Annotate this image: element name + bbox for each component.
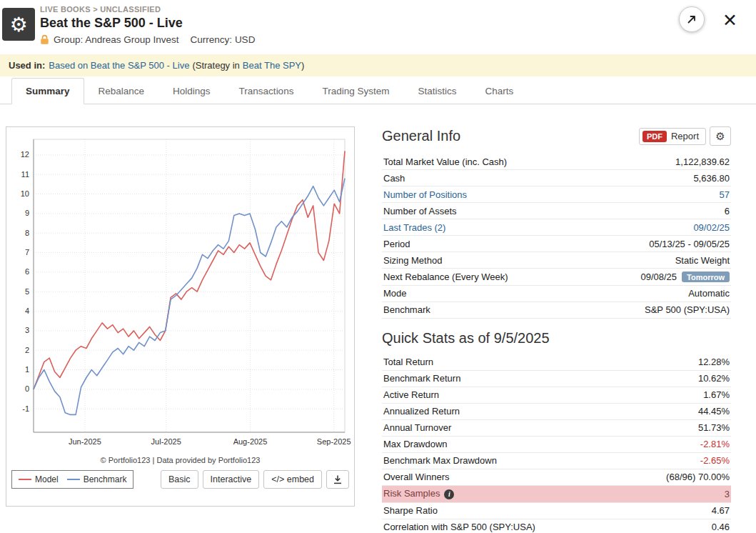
row-value[interactable]: 57 [720,189,730,200]
used-in-notice: Used in:Based on Beat the S&P 500 - Live… [0,54,756,76]
tab-charts[interactable]: Charts [470,78,528,104]
svg-text:-1: -1 [22,404,29,413]
chart-footer: ModelBenchmark BasicInteractive</> embed [10,470,351,489]
used-in-mid-text: (Strategy in [192,60,239,71]
row-label: Number of Assets [383,206,457,216]
row-label: Annual Turnover [383,422,451,433]
quick-stat-row: Benchmark Max Drawdown-2.65% [382,453,731,469]
row-label: Benchmark Max Drawdown [383,455,497,466]
performance-line-chart[interactable]: -10123456789101112Jun-2025Jul-2025Aug-20… [10,131,351,454]
quick-stat-row: Sharpe Ratio4.67 [382,503,731,519]
svg-text:Aug-2025: Aug-2025 [233,437,268,446]
currency-label: Currency: USD [191,34,256,45]
used-in-link-book[interactable]: Based on Beat the S&P 500 - Live [49,60,189,71]
quick-stat-row: Annualized Return44.45% [382,404,731,420]
row-value: 3 [725,489,730,499]
row-value: -2.81% [700,439,730,449]
settings-gear-icon[interactable]: ⚙ [2,8,35,41]
chart-attribution: © Portfolio123 | Data provided by Portfo… [10,456,351,464]
row-label[interactable]: Last Trades (2) [383,222,445,233]
svg-text:6: 6 [25,267,29,276]
chart-legend: ModelBenchmark [11,470,133,489]
legend-item-model: Model [19,474,59,484]
row-value: 1,122,839.62 [675,156,730,167]
row-label: Benchmark Return [383,373,460,384]
tab-statistics[interactable]: Statistics [403,78,470,104]
general-info-row: BenchmarkS&P 500 (SPY:USA) [382,302,731,319]
chart-mode-button-embed[interactable]: </> embed [263,470,322,489]
used-in-link-strategy[interactable]: Beat The SPY [243,60,301,71]
legend-label: Benchmark [84,474,127,484]
row-value: 05/13/25 - 09/05/25 [649,239,730,249]
row-label: Cash [383,173,405,184]
performance-chart-card: -10123456789101112Jun-2025Jul-2025Aug-20… [6,126,355,507]
row-value[interactable]: 09/02/25 [693,222,730,233]
svg-text:Sep-2025: Sep-2025 [317,437,351,446]
row-label: Total Return [383,357,433,367]
popout-pin-button[interactable] [679,6,705,32]
general-info-row: Total Market Value (inc. Cash)1,122,839.… [382,154,731,170]
tomorrow-badge: Tomorrow [682,272,730,282]
tab-rebalance[interactable]: Rebalance [84,78,159,104]
general-info-row[interactable]: Last Trades (2)09/02/25 [382,219,731,236]
popout-arrow-icon [686,14,697,25]
pdf-badge: PDF [642,131,667,142]
quick-stat-row: Risk Samplesi3 [382,486,731,503]
row-label: Period [383,239,410,249]
row-label: Benchmark [383,304,430,315]
right-column: General Info PDFReport ⚙ Total Market Va… [382,126,731,533]
tab-trading-system[interactable]: Trading System [308,78,403,104]
svg-text:7: 7 [25,248,29,256]
chart-buttons: BasicInteractive</> embed [161,470,349,489]
chart-download-button[interactable] [326,470,349,489]
svg-text:8: 8 [25,229,29,237]
pdf-report-button[interactable]: PDFReport [639,128,706,145]
general-info-row: Period05/13/25 - 09/05/25 [382,236,731,252]
svg-text:0: 0 [25,384,29,393]
legend-item-benchmark: Benchmark [67,474,127,484]
download-icon [333,474,343,484]
row-label: Total Market Value (inc. Cash) [383,156,507,167]
svg-text:10: 10 [21,189,29,198]
close-icon[interactable]: ✕ [722,11,737,29]
svg-text:Jun-2025: Jun-2025 [69,437,101,446]
row-label: Next Rebalance (Every Week) [383,272,508,282]
row-label: Max Drawdown [383,439,448,449]
chart-mode-button-interactive[interactable]: Interactive [203,470,260,489]
row-value: 6 [725,206,730,216]
tab-holdings[interactable]: Holdings [158,78,225,104]
legend-swatch [19,479,31,480]
chart-mode-button-basic[interactable]: Basic [161,470,198,489]
used-in-end-text: ) [301,60,304,71]
quick-stat-row: Active Return1.67% [382,387,731,404]
row-value: 10.62% [698,373,730,384]
general-info-row: Sizing MethodStatic Weight [382,252,731,269]
general-info-table: Total Market Value (inc. Cash)1,122,839.… [382,154,731,319]
breadcrumb: LIVE BOOKS > UNCLASSIFIED [40,5,756,14]
svg-text:9: 9 [25,209,29,217]
header-text: LIVE BOOKS > UNCLASSIFIED Beat the S&P 5… [40,0,756,45]
info-icon[interactable]: i [444,489,454,499]
svg-text:12: 12 [21,150,29,159]
row-value: 0.46 [712,522,730,532]
legend-label: Model [35,474,59,484]
general-info-row: Cash5,636.80 [382,170,731,186]
row-value: 09/08/25 [640,272,677,282]
row-value: (68/96) 70.00% [666,472,730,482]
page-title: Beat the S&P 500 - Live [40,16,756,31]
tab-summary[interactable]: Summary [11,78,84,104]
legend-swatch [67,479,80,480]
row-label: Overall Winners [383,472,449,482]
group-label: Group: Andreas Group Invest [54,34,179,45]
row-value: Static Weight [675,255,730,266]
tab-transactions[interactable]: Transactions [225,78,308,104]
general-info-row[interactable]: Number of Positions57 [382,186,731,203]
svg-text:Jul-2025: Jul-2025 [151,437,181,446]
svg-text:5: 5 [25,287,29,296]
report-button-label: Report [671,131,699,141]
row-label: Active Return [383,389,439,400]
general-info-actions: PDFReport ⚙ [639,126,731,146]
report-settings-gear-icon[interactable]: ⚙ [710,126,731,146]
row-label[interactable]: Number of Positions [383,189,467,200]
general-info-header: General Info PDFReport ⚙ [382,126,731,146]
